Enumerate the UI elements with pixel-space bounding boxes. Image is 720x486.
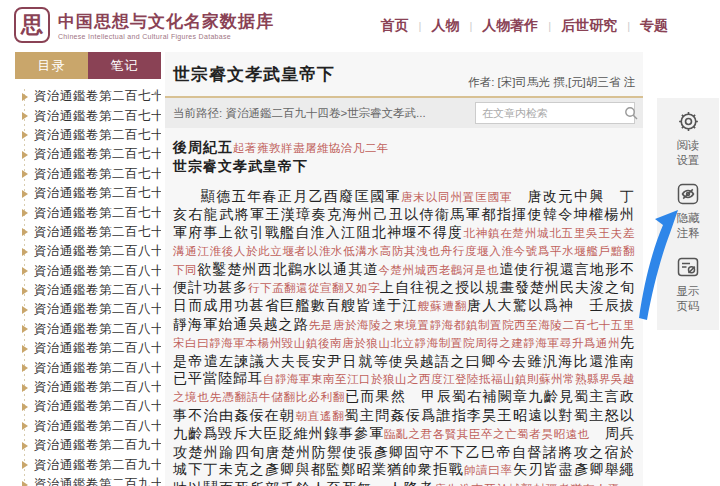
nav-item-3[interactable]: 人物著作: [482, 17, 538, 35]
triangle-bullet-icon: [22, 170, 28, 178]
main-panel: 世宗睿文孝武皇帝下 作者: [宋]司馬光 撰,[元]胡三省 注 当前路径: 資治…: [165, 52, 643, 486]
nav-separator: |: [548, 20, 551, 32]
brand-text: 中国思想与文化名家数据库 Chinese Intellectual and Cu…: [58, 11, 274, 40]
toc-item[interactable]: 資治通鑑卷第二百七十二: [21, 87, 161, 106]
triangle-bullet-icon: [22, 112, 28, 120]
annotation-note-text: 唐末以同州置匡國軍: [401, 191, 512, 203]
body-text: 顯德五年春正月乙酉廢匡國軍: [201, 188, 401, 204]
toc-item-label: 資治通鑑卷第二百八十一: [34, 263, 161, 280]
nav-item-1[interactable]: 首页: [381, 17, 409, 35]
page: 思 中国思想与文化名家数据库 Chinese Intellectual and …: [0, 0, 720, 486]
sidebar-tabs: 目录 笔记: [15, 52, 161, 79]
toc-item-label: 資治通鑑卷第二百八十五: [34, 340, 161, 357]
toc-item[interactable]: 資治通鑑卷第二百七十三: [21, 106, 161, 125]
show-page-numbers-button[interactable]: 显示页码: [674, 255, 702, 314]
annotation-note-text: 臨亂之君各賢其臣卒之亡蜀者昊昭遠也: [384, 428, 590, 440]
triangle-bullet-icon: [22, 461, 28, 469]
annotation-note-text: 唐失淮南死於城郭封疆者猶有人焉: [434, 483, 620, 486]
triangle-bullet-icon: [22, 403, 28, 411]
nav-separator: |: [627, 20, 630, 32]
nav-item-2[interactable]: 人物: [431, 17, 459, 35]
triangle-bullet-icon: [22, 442, 28, 450]
toc-item[interactable]: 資治通鑑卷第二百八十一: [21, 262, 161, 281]
toc-item-label: 資治通鑑卷第二百七十九: [34, 224, 161, 241]
hide-annotations-label: 隐藏注释: [674, 211, 702, 241]
logo[interactable]: 思 中国思想与文化名家数据库 Chinese Intellectual and …: [14, 7, 274, 43]
book-heading-note: 起著雍敦牂盡屠維協洽凡二年: [233, 142, 389, 154]
brand-title: 中国思想与文化名家数据库: [58, 11, 274, 31]
toc-item[interactable]: 資治通鑑卷第二百八十三: [21, 300, 161, 319]
annotation-note-text: 朝直遙翻: [295, 410, 344, 422]
toc-item-label: 資治通鑑卷第二百八十三: [34, 301, 161, 318]
toc-item-label: 資治通鑑卷第二百九十二: [34, 476, 161, 486]
toc-item[interactable]: 資治通鑑卷第二百七十七: [21, 184, 161, 203]
toc-item[interactable]: 資治通鑑卷第二百九十二: [21, 475, 161, 486]
triangle-bullet-icon: [22, 384, 28, 392]
toc-item[interactable]: 資治通鑑卷第二百八十四: [21, 320, 161, 339]
reading-settings-label: 阅读设置: [674, 138, 702, 168]
toc-item[interactable]: 資治通鑑卷第二百七十六: [21, 165, 161, 184]
triangle-bullet-icon: [22, 190, 28, 198]
toc-item[interactable]: 資治通鑑卷第二百八十五: [21, 339, 161, 358]
right-toolbar: 阅读设置 隐藏注释 显示页码: [657, 98, 719, 330]
search-input[interactable]: [482, 107, 624, 119]
toc-item[interactable]: 資治通鑑卷第二百七十五: [21, 145, 161, 164]
tab-notes[interactable]: 笔记: [88, 52, 161, 79]
triangle-bullet-icon: [22, 151, 28, 159]
toc-item-label: 資治通鑑卷第二百七十三: [34, 108, 161, 125]
tab-toc[interactable]: 目录: [15, 52, 88, 79]
toc-item[interactable]: 資治通鑑卷第二百七十八: [21, 203, 161, 222]
title-row: 世宗睿文孝武皇帝下 作者: [宋]司馬光 撰,[元]胡三省 注: [165, 52, 643, 98]
nav-separator: |: [419, 20, 422, 32]
annotation-note-text: 今楚州城西老鸛河是也: [378, 264, 499, 276]
reading-settings-button[interactable]: 阅读设置: [674, 110, 702, 168]
toc-item-label: 資治通鑑卷第二百七十四: [34, 127, 161, 144]
triangle-bullet-icon: [22, 287, 28, 295]
triangle-bullet-icon: [22, 306, 28, 314]
toc-item[interactable]: 資治通鑑卷第二百七十四: [21, 126, 161, 145]
sidebar: 目录 笔记 ▲ 資治通鑑卷第二百七十二資治通鑑卷第二百七十三資治通鑑卷第二百七十…: [15, 52, 161, 486]
brand-subtitle: Chinese Intellectual and Cultural Figure…: [58, 33, 274, 40]
annotation-note-text: 行下孟翻還從宣翻又如字: [248, 282, 380, 294]
toc-item-label: 資治通鑑卷第二百七十七: [34, 185, 161, 202]
scroll-up-arrow-icon[interactable]: ▲: [152, 89, 159, 96]
search-box: [475, 102, 635, 124]
show-page-numbers-label: 显示页码: [674, 284, 702, 314]
toc-item[interactable]: 資治通鑑卷第二百七十九: [21, 223, 161, 242]
book-heading: 後周紀五: [173, 139, 233, 155]
toc-item-label: 資治通鑑卷第二百七十六: [34, 166, 161, 183]
triangle-bullet-icon: [22, 422, 28, 430]
toc-item-label: 資治通鑑卷第二百八十九: [34, 418, 161, 435]
triangle-bullet-icon: [22, 248, 28, 256]
nav-item-5[interactable]: 专题: [640, 17, 668, 35]
nav-item-4[interactable]: 后世研究: [561, 17, 617, 35]
toc-item[interactable]: 資治通鑑卷第二百八十七: [21, 378, 161, 397]
search-icon[interactable]: [624, 106, 638, 120]
page-title: 世宗睿文孝武皇帝下: [173, 63, 335, 86]
toc-item-label: 資治通鑑卷第二百八十七: [34, 379, 161, 396]
triangle-bullet-icon: [22, 364, 28, 372]
top-header: 思 中国思想与文化名家数据库 Chinese Intellectual and …: [0, 0, 720, 52]
toc-item[interactable]: 資治通鑑卷第二百八十六: [21, 358, 161, 377]
toc-item[interactable]: 資治通鑑卷第二百八十九: [21, 417, 161, 436]
toc-item[interactable]: 資治通鑑卷第二百九十一: [21, 455, 161, 474]
toc-list: ▲ 資治通鑑卷第二百七十二資治通鑑卷第二百七十三資治通鑑卷第二百七十四資治通鑑卷…: [15, 79, 161, 486]
toc-item-label: 資治通鑑卷第二百九十一: [34, 457, 161, 474]
toc-item[interactable]: 資治通鑑卷第二百九十: [21, 436, 161, 455]
eye-off-icon: [676, 182, 700, 206]
toc-item-label: 資治通鑑卷第二百八十四: [34, 321, 161, 338]
toc-item-label: 資治通鑑卷第二百八十二: [34, 282, 161, 299]
toc-item[interactable]: 資治通鑑卷第二百八十八: [21, 397, 161, 416]
toc-item[interactable]: 資治通鑑卷第二百八十二: [21, 281, 161, 300]
triangle-bullet-icon: [22, 267, 28, 275]
toc-item-label: 資治通鑑卷第二百七十八: [34, 205, 161, 222]
triangle-bullet-icon: [22, 481, 28, 486]
hide-annotations-button[interactable]: 隐藏注释: [674, 182, 702, 241]
page-number-icon: [676, 255, 700, 279]
chapter-heading: 世宗睿文孝武皇帝下: [173, 158, 635, 176]
reading-paragraph: 顯德五年春正月乙酉廢匡國軍唐末以同州置匡國軍 唐改元中興 丁亥右龍武將軍王漢璋奏…: [173, 188, 635, 486]
toc-item-label: 資治通鑑卷第二百七十五: [34, 146, 161, 163]
triangle-bullet-icon: [22, 209, 28, 217]
toc-item[interactable]: 資治通鑑卷第二百八十: [21, 242, 161, 261]
toc-item-label: 資治通鑑卷第二百八十六: [34, 360, 161, 377]
